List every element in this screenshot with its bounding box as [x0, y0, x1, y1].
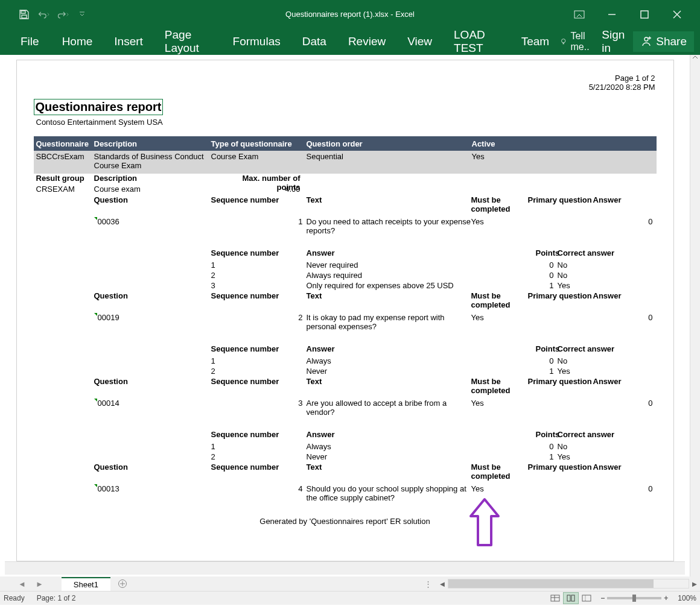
- tab-insert[interactable]: Insert: [103, 29, 154, 54]
- qat-dropdown-icon[interactable]: [76, 8, 88, 21]
- status-ready: Ready: [4, 594, 25, 602]
- sheet-tab-active[interactable]: Sheet1: [62, 577, 110, 591]
- question-header: QuestionSequence numberTextMust be compl…: [34, 377, 657, 399]
- view-buttons: [547, 592, 594, 604]
- exam-desc: Standards of Business Conduct Course Exa…: [94, 152, 211, 170]
- sheet-nav: ◄ ►: [0, 579, 62, 589]
- share-button[interactable]: Share: [633, 31, 694, 52]
- zoom-out-button[interactable]: −: [600, 594, 605, 602]
- svg-point-4: [644, 37, 648, 41]
- answer-row: 1Always0No: [34, 442, 657, 452]
- answer-row: 2Never1Yes: [34, 452, 657, 462]
- zoom-thumb[interactable]: [632, 595, 636, 602]
- question-header: QuestionSequence numberTextMust be compl…: [34, 291, 657, 313]
- tell-me-search[interactable]: Tell me..: [560, 31, 593, 52]
- sheet-next-icon[interactable]: ►: [36, 579, 43, 589]
- page-header-meta: Page 1 of 2 5/21/2020 8:28 PM: [589, 74, 655, 92]
- hdr-description: Description: [94, 139, 211, 148]
- answer-row: 2Never1Yes: [34, 367, 657, 377]
- exam-order: Sequential: [307, 152, 472, 161]
- tab-formulas[interactable]: Formulas: [222, 29, 291, 54]
- share-person-icon: [640, 36, 652, 48]
- scroll-up-icon[interactable]: [692, 55, 698, 60]
- tab-review[interactable]: Review: [337, 29, 396, 54]
- svg-rect-2: [641, 11, 648, 18]
- view-page-break-icon[interactable]: [579, 592, 594, 604]
- new-sheet-button[interactable]: [115, 576, 130, 591]
- hdr-order: Question order: [307, 139, 472, 148]
- hdr-type: Type of questionnaire: [211, 139, 307, 148]
- exam-type: Course Exam: [211, 152, 307, 161]
- lightbulb-icon: [560, 36, 567, 47]
- svg-rect-9: [567, 595, 570, 601]
- rg-desc-label: Description: [94, 174, 227, 185]
- answers-header: Sequence numberAnswerPointsCorrect answe…: [34, 430, 657, 442]
- ribbon-display-icon[interactable]: [571, 7, 587, 22]
- horizontal-scrollbar[interactable]: ⋮ ◄ ►: [424, 578, 700, 589]
- result-group-header: Result group Description Max. number of …: [34, 174, 657, 185]
- tab-view[interactable]: View: [396, 29, 443, 54]
- question-row: 000143Are you allowed to accept a bribe …: [34, 399, 657, 420]
- svg-rect-10: [571, 595, 574, 601]
- table-header-row: Questionnaire Description Type of questi…: [34, 136, 657, 151]
- rg-label: Result group: [34, 174, 94, 185]
- zoom-in-button[interactable]: +: [664, 594, 668, 602]
- tab-data[interactable]: Data: [291, 29, 337, 54]
- hscroll-grip-icon[interactable]: ⋮: [424, 579, 432, 589]
- undo-icon[interactable]: [37, 8, 49, 21]
- redo-icon[interactable]: [57, 8, 69, 21]
- question-row: 000361Do you need to attach receipts to …: [34, 217, 657, 239]
- tab-team[interactable]: Team: [511, 29, 560, 54]
- tell-me-label: Tell me..: [571, 31, 594, 52]
- hscroll-right-icon[interactable]: ►: [689, 578, 700, 589]
- share-label: Share: [656, 35, 687, 48]
- title-bar: Questionnaires report (1).xlsx - Excel: [0, 0, 700, 28]
- sheet-prev-icon[interactable]: ◄: [18, 579, 26, 589]
- print-page: Page 1 of 2 5/21/2020 8:28 PM Questionna…: [16, 60, 674, 561]
- content-area: Page 1 of 2 5/21/2020 8:28 PM Questionna…: [0, 55, 700, 576]
- answers-header: Sequence numberAnswerPointsCorrect answe…: [34, 344, 657, 356]
- zoom-slider[interactable]: [607, 597, 661, 599]
- hscroll-track[interactable]: [448, 579, 689, 589]
- generated-by-footer: Generated by 'Questionnaires report' ER …: [34, 517, 657, 526]
- vertical-scrollbar[interactable]: [690, 55, 700, 576]
- zoom-control: − + 100%: [600, 594, 696, 602]
- questions-container: QuestionSequence numberTextMust be compl…: [34, 195, 657, 506]
- sign-in-button[interactable]: Sign in: [597, 25, 629, 58]
- hdr-active: Active: [472, 139, 657, 148]
- view-normal-icon[interactable]: [547, 592, 563, 604]
- svg-point-3: [562, 39, 565, 43]
- status-bar: Ready Page: 1 of 2 − + 100%: [0, 591, 700, 605]
- zoom-level: 100%: [678, 594, 696, 602]
- page-datetime: 5/21/2020 8:28 PM: [589, 83, 655, 92]
- rg-max: 4.00: [227, 185, 305, 195]
- minimize-icon[interactable]: [604, 7, 620, 22]
- report-body: Questionnaire Description Type of questi…: [34, 136, 657, 526]
- question-header: QuestionSequence numberTextMust be compl…: [34, 195, 657, 217]
- status-page: Page: 1 of 2: [37, 594, 76, 602]
- report-subtitle: Contoso Entertainment System USA: [36, 118, 657, 127]
- annotation-arrow-icon: [467, 497, 502, 551]
- page-number-label: Page 1 of 2: [589, 74, 655, 83]
- page-preview-area[interactable]: Page 1 of 2 5/21/2020 8:28 PM Questionna…: [0, 55, 690, 576]
- tab-home[interactable]: Home: [51, 29, 104, 54]
- maximize-icon[interactable]: [637, 7, 652, 22]
- save-icon[interactable]: [18, 8, 30, 21]
- file-tab[interactable]: File: [6, 29, 51, 54]
- rg-code: CRSEXAM: [34, 185, 94, 195]
- close-icon[interactable]: [669, 7, 685, 22]
- question-row: 000134Should you do your school supply s…: [34, 484, 657, 506]
- result-group-data: CRSEXAM Course exam 4.00: [34, 185, 657, 195]
- hscroll-left-icon[interactable]: ◄: [437, 578, 448, 589]
- window-title: Questionnaires report (1).xlsx - Excel: [285, 10, 415, 19]
- view-page-layout-icon[interactable]: [563, 592, 579, 604]
- hscroll-thumb[interactable]: [448, 579, 654, 588]
- question-row: 000192It is okay to pad my expense repor…: [34, 313, 657, 335]
- bottom-area: [5, 561, 685, 575]
- rg-desc: Course exam: [94, 185, 227, 195]
- hdr-questionnaire: Questionnaire: [34, 139, 94, 148]
- svg-rect-11: [582, 595, 591, 601]
- exam-active: Yes: [472, 152, 657, 161]
- window-controls: [571, 7, 700, 22]
- ribbon-tabs: File Home Insert Page Layout Formulas Da…: [0, 28, 700, 55]
